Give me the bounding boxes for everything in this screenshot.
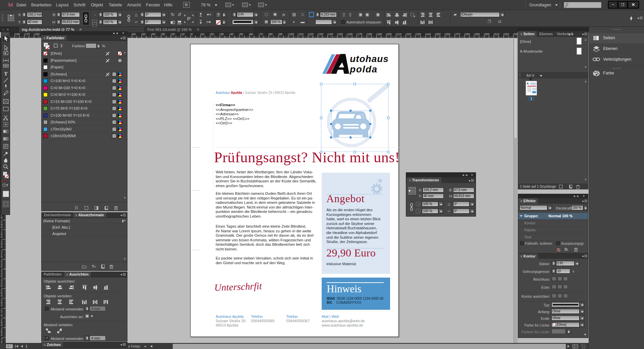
svg-text:T: T — [4, 71, 8, 76]
svg-text:P: P — [187, 16, 191, 21]
